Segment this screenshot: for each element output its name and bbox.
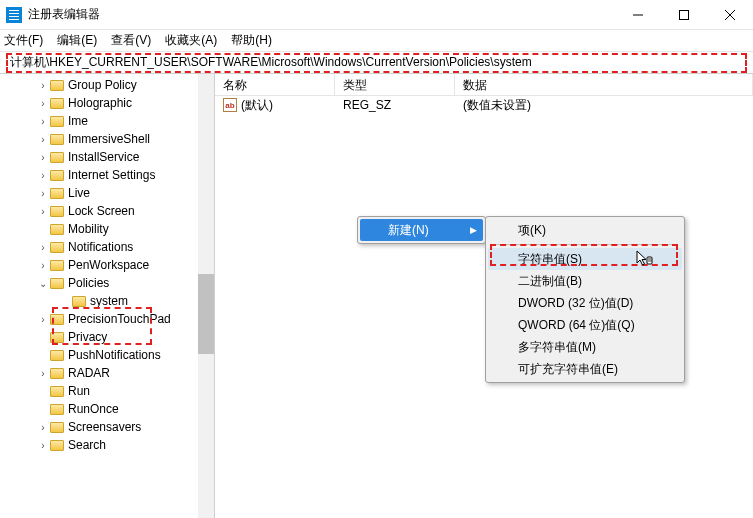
tree-item-installservice[interactable]: ›InstallService <box>0 148 214 166</box>
tree-item-ime[interactable]: ›Ime <box>0 112 214 130</box>
address-highlight: 计算机\HKEY_CURRENT_USER\SOFTWARE\Microsoft… <box>6 53 747 73</box>
menubar: 文件(F) 编辑(E) 查看(V) 收藏夹(A) 帮助(H) <box>0 30 753 52</box>
tree-item-label: Lock Screen <box>68 204 135 218</box>
submenu-dword[interactable]: DWORD (32 位)值(D) <box>488 292 682 314</box>
value-type: REG_SZ <box>335 98 455 112</box>
folder-icon <box>50 278 64 289</box>
menu-file[interactable]: 文件(F) <box>4 32 43 49</box>
minimize-button[interactable] <box>615 0 661 30</box>
tree-item-label: system <box>90 294 128 308</box>
expander-closed-icon[interactable]: › <box>38 80 48 91</box>
expander-closed-icon[interactable]: › <box>38 422 48 433</box>
submenu-qword[interactable]: QWORD (64 位)值(Q) <box>488 314 682 336</box>
tree-item-policies[interactable]: ⌄Policies <box>0 274 214 292</box>
expander-closed-icon[interactable]: › <box>38 116 48 127</box>
tree-item-run[interactable]: Run <box>0 382 214 400</box>
tree-item-search[interactable]: ›Search <box>0 436 214 454</box>
expander-closed-icon[interactable]: › <box>38 260 48 271</box>
submenu-binary-label: 二进制值(B) <box>518 273 582 290</box>
folder-icon <box>50 314 64 325</box>
tree-item-pushnotifications[interactable]: PushNotifications <box>0 346 214 364</box>
tree-item-label: RADAR <box>68 366 110 380</box>
tree-item-live[interactable]: ›Live <box>0 184 214 202</box>
folder-icon <box>50 224 64 235</box>
menu-help[interactable]: 帮助(H) <box>231 32 272 49</box>
submenu-binary[interactable]: 二进制值(B) <box>488 270 682 292</box>
svg-rect-1 <box>680 10 689 19</box>
submenu-dword-label: DWORD (32 位)值(D) <box>518 295 633 312</box>
tree-pane: ›Group Policy›Holographic›Ime›ImmersiveS… <box>0 74 215 518</box>
tree-item-label: Ime <box>68 114 88 128</box>
menu-edit[interactable]: 编辑(E) <box>57 32 97 49</box>
tree-item-penworkspace[interactable]: ›PenWorkspace <box>0 256 214 274</box>
menu-view[interactable]: 查看(V) <box>111 32 151 49</box>
tree-item-label: Screensavers <box>68 420 141 434</box>
tree-item-label: Search <box>68 438 106 452</box>
submenu-expand[interactable]: 可扩充字符串值(E) <box>488 358 682 380</box>
tree-item-label: Mobility <box>68 222 109 236</box>
tree-item-label: Live <box>68 186 90 200</box>
addressbar[interactable]: 计算机\HKEY_CURRENT_USER\SOFTWARE\Microsoft… <box>0 52 753 74</box>
context-new[interactable]: 新建(N) ▶ <box>360 219 483 241</box>
expander-closed-icon[interactable]: › <box>38 368 48 379</box>
maximize-button[interactable] <box>661 0 707 30</box>
tree-item-label: PenWorkspace <box>68 258 149 272</box>
address-path: 计算机\HKEY_CURRENT_USER\SOFTWARE\Microsoft… <box>10 54 532 71</box>
tree-item-mobility[interactable]: Mobility <box>0 220 214 238</box>
folder-icon <box>50 98 64 109</box>
tree-item-notifications[interactable]: ›Notifications <box>0 238 214 256</box>
tree-item-radar[interactable]: ›RADAR <box>0 364 214 382</box>
chevron-right-icon: ▶ <box>470 225 477 235</box>
folder-icon <box>50 188 64 199</box>
menu-favorites[interactable]: 收藏夹(A) <box>165 32 217 49</box>
tree-item-immersiveshell[interactable]: ›ImmersiveShell <box>0 130 214 148</box>
string-value-icon: ab <box>223 98 237 112</box>
expander-closed-icon[interactable]: › <box>38 242 48 253</box>
folder-icon <box>50 332 64 343</box>
folder-icon <box>50 170 64 181</box>
tree-item-privacy[interactable]: Privacy <box>0 328 214 346</box>
expander-closed-icon[interactable]: › <box>38 98 48 109</box>
expander-closed-icon[interactable]: › <box>38 314 48 325</box>
expander-open-icon[interactable]: ⌄ <box>38 278 48 289</box>
tree-item-screensavers[interactable]: ›Screensavers <box>0 418 214 436</box>
expander-closed-icon[interactable]: › <box>38 440 48 451</box>
app-icon <box>6 7 22 23</box>
submenu-string[interactable]: 字符串值(S) <box>488 248 682 270</box>
tree-item-internet-settings[interactable]: ›Internet Settings <box>0 166 214 184</box>
submenu-qword-label: QWORD (64 位)值(Q) <box>518 317 635 334</box>
tree-item-lock-screen[interactable]: ›Lock Screen <box>0 202 214 220</box>
folder-icon <box>50 260 64 271</box>
tree-scrollbar-thumb[interactable] <box>198 274 214 354</box>
folder-icon <box>50 350 64 361</box>
expander-closed-icon[interactable]: › <box>38 152 48 163</box>
col-name[interactable]: 名称 <box>215 74 335 95</box>
tree-item-precisiontouchpad[interactable]: ›PrecisionTouchPad <box>0 310 214 328</box>
expander-closed-icon[interactable]: › <box>38 188 48 199</box>
tree-item-holographic[interactable]: ›Holographic <box>0 94 214 112</box>
tree-item-system[interactable]: system <box>0 292 214 310</box>
value-row[interactable]: ab (默认) REG_SZ (数值未设置) <box>215 96 753 114</box>
tree-scrollbar-track[interactable] <box>198 74 214 518</box>
submenu-string-label: 字符串值(S) <box>518 251 582 268</box>
expander-closed-icon[interactable]: › <box>38 134 48 145</box>
tree-item-group-policy[interactable]: ›Group Policy <box>0 76 214 94</box>
expander-closed-icon[interactable]: › <box>38 206 48 217</box>
tree-item-label: Internet Settings <box>68 168 155 182</box>
tree-item-label: InstallService <box>68 150 139 164</box>
expander-closed-icon[interactable]: › <box>38 170 48 181</box>
list-header: 名称 类型 数据 <box>215 74 753 96</box>
context-new-label: 新建(N) <box>388 222 429 239</box>
folder-icon <box>50 206 64 217</box>
submenu-key[interactable]: 项(K) <box>488 219 682 241</box>
col-type[interactable]: 类型 <box>335 74 455 95</box>
close-button[interactable] <box>707 0 753 30</box>
menu-separator <box>492 244 678 245</box>
tree-item-label: PushNotifications <box>68 348 161 362</box>
folder-icon <box>50 116 64 127</box>
submenu-multi[interactable]: 多字符串值(M) <box>488 336 682 358</box>
folder-icon <box>50 242 64 253</box>
tree-item-runonce[interactable]: RunOnce <box>0 400 214 418</box>
folder-icon <box>50 386 64 397</box>
col-data[interactable]: 数据 <box>455 74 753 95</box>
